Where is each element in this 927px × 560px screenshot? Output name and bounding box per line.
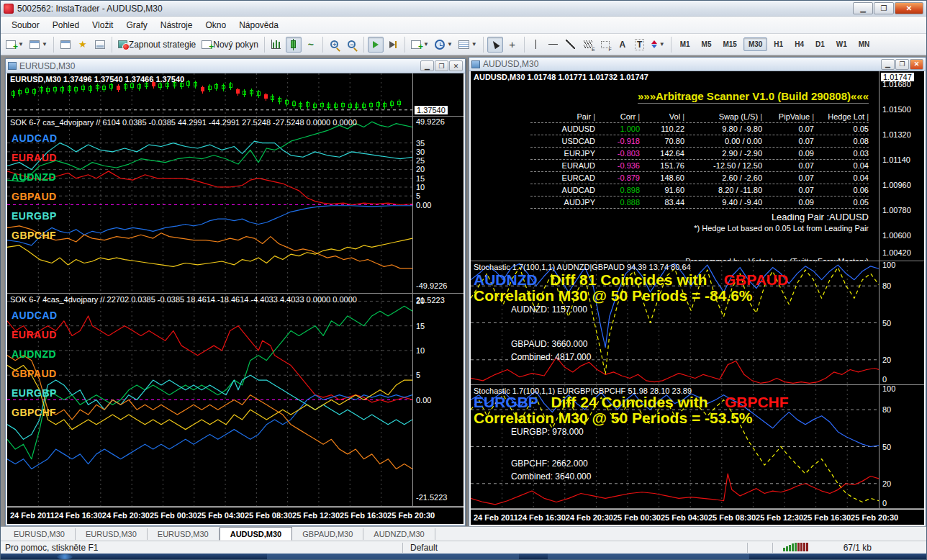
arrows-button[interactable]: ▼ (649, 37, 667, 53)
chart-tab[interactable]: EURUSD,M30 (76, 528, 148, 540)
candle-plot[interactable]: EURUSD,M30 1.37496 1.37540 1.37466 1.375… (7, 73, 413, 116)
start-orb-icon[interactable] (57, 554, 73, 559)
chevron-down-icon: ▼ (471, 41, 477, 48)
price-scale[interactable]: 1.37540 (413, 73, 464, 116)
chart-tab[interactable]: EURUSD,M30 (148, 528, 220, 540)
pair-label-list: AUDCAD EURAUD AUDNZD GBPAUD EURGBP GBPCH… (12, 310, 58, 418)
line-chart-button[interactable]: ~ (303, 37, 319, 53)
timeframe-button[interactable]: M15 (718, 37, 741, 51)
profiles-button[interactable]: ▼ (27, 37, 50, 53)
status-profile[interactable]: Default (403, 543, 747, 553)
timeframe-button[interactable]: H1 (769, 37, 788, 51)
market-watch-button[interactable] (58, 37, 73, 53)
periods-button[interactable]: ▼ (433, 37, 455, 53)
time-axis[interactable]: 24 Feb 2011 24 Feb 16:30 24 Feb 20:30 25… (7, 507, 464, 523)
price-scale[interactable]: 1.017471.016801.015001.013201.011401.009… (879, 71, 924, 261)
timeframe-button[interactable]: M30 (743, 37, 767, 51)
pair-a-label: EURGBP (474, 394, 538, 410)
minimize-button[interactable]: ▁ (853, 2, 873, 14)
timeframe-button[interactable]: H4 (790, 37, 809, 51)
chart-tab[interactable]: AUDUSD,M30 (220, 527, 293, 541)
bar-chart-button[interactable] (268, 37, 284, 53)
close-button[interactable]: ✕ (449, 60, 463, 71)
chart-tab[interactable]: GBPAUD,M30 (292, 528, 363, 540)
text-tool-button[interactable]: A (615, 37, 630, 53)
time-axis-label: 25 Feb 16:30 (340, 511, 387, 520)
maximize-button[interactable]: ❐ (895, 59, 909, 70)
chart-shift-button[interactable] (385, 37, 401, 53)
minimize-button[interactable]: ▁ (881, 59, 895, 70)
new-chart-button[interactable]: ▼ (4, 37, 26, 53)
timeframe-button[interactable]: M1 (675, 37, 695, 51)
menu-item[interactable]: Vložit (86, 18, 119, 32)
chart-window-titlebar[interactable]: EURUSD,M30 ▁ ❐ ✕ (6, 59, 465, 73)
timeframe-button[interactable]: M5 (697, 37, 717, 51)
vertical-line-button[interactable] (528, 37, 544, 53)
price-panel[interactable]: EURUSD,M30 1.37496 1.37540 1.37466 1.375… (7, 73, 464, 117)
chart-window-title: AUDUSD,M30 (483, 59, 880, 69)
indicator-scale[interactable]: 49.922635302520151050.00-49.9226 (413, 117, 464, 293)
menu-item[interactable]: Soubor (5, 18, 46, 32)
horizontal-line-button[interactable] (546, 37, 561, 53)
navigator-button[interactable]: ★ (75, 37, 91, 53)
close-button[interactable]: ✕ (910, 59, 923, 70)
ohlc-header: EURUSD,M30 1.37496 1.37540 1.37466 1.375… (10, 75, 184, 83)
connection-signal-icon[interactable] (783, 543, 808, 551)
main-plot[interactable]: AUDUSD,M30 1.01748 1.01771 1.01732 1.017… (471, 71, 879, 261)
stochastic-panel-2[interactable]: Stochastic 1.7(100,1,1) EURGBP|GBPCHF 51… (471, 385, 924, 509)
restore-button[interactable]: ❐ (874, 2, 894, 14)
fibonacci-button[interactable] (597, 37, 613, 53)
terminal-button[interactable] (92, 37, 108, 53)
candle (229, 83, 232, 88)
menu-item[interactable]: Grafy (119, 18, 153, 32)
time-axis[interactable]: 24 Feb 2011 24 Feb 16:30 24 Feb 20:30 25… (471, 509, 924, 525)
mdi-workspace: EURUSD,M30 ▁ ❐ ✕ EURUSD,M30 1.37496 1.37… (1, 55, 926, 526)
indicator-panel-sok1[interactable]: SOK 6-7 cas_4dvojpary // 6104 0.0385 -0.… (7, 117, 464, 294)
indicator-scale[interactable]: 1008050200 (879, 261, 924, 384)
menu-item[interactable]: Pohled (46, 18, 86, 32)
menu-item[interactable]: Okno (199, 18, 232, 32)
maximize-button[interactable]: ❐ (435, 60, 448, 71)
chart-tab[interactable]: EURUSD,M30 (4, 528, 76, 540)
close-button[interactable]: ✕ (895, 2, 923, 14)
menu-item[interactable]: Nápověda (232, 18, 285, 32)
new-order-button[interactable]: Nový pokyn (199, 37, 261, 53)
chart-window-titlebar[interactable]: AUDUSD,M30 ▁ ❐ ✕ (469, 58, 926, 71)
chevron-down-icon: ▼ (447, 41, 453, 48)
candlestick-chart-button[interactable] (286, 37, 302, 53)
indicator-panel-sok2[interactable]: SOK 6-7 4cas_4dvojpary // 22702 0.0385 -… (7, 294, 464, 507)
trendline-button[interactable] (563, 37, 579, 53)
indicator-scale[interactable]: 1008050200 (879, 385, 924, 508)
enable-strategies-button[interactable]: Zapnout strategie (116, 37, 198, 53)
sok1-plot[interactable]: SOK 6-7 cas_4dvojpary // 6104 0.0385 -0.… (7, 117, 413, 293)
terminal-icon (95, 40, 105, 49)
stochastic-panel-1[interactable]: Stochastic 1.7(100,1,1) AUDNZD|GBPAUD 94… (471, 261, 924, 385)
minimize-button[interactable]: ▁ (420, 60, 434, 71)
pair-cell: AUDCAD (539, 186, 595, 194)
chart-tab[interactable]: AUDNZD,M30 (363, 528, 435, 540)
text-label-button[interactable]: T (632, 37, 648, 53)
cursor-tool-button[interactable] (487, 37, 503, 53)
zoom-out-button[interactable]: − (344, 37, 360, 53)
scale-label: 20 (882, 479, 891, 488)
stoch2-plot[interactable]: Stochastic 1.7(100,1,1) EURGBP|GBPCHF 51… (471, 385, 879, 508)
scale-label: 5 (416, 371, 420, 379)
clock-icon (435, 40, 445, 50)
indicators-button[interactable]: ▼ (409, 37, 431, 53)
scale-label: 20 (882, 356, 891, 364)
timeframe-button[interactable]: W1 (831, 37, 852, 51)
price-panel[interactable]: AUDUSD,M30 1.01748 1.01771 1.01732 1.017… (471, 71, 924, 261)
sok2-plot[interactable]: SOK 6-7 4cas_4dvojpary // 22702 0.0385 -… (7, 294, 413, 506)
timeframe-button[interactable]: MN (854, 37, 875, 51)
candle (369, 103, 373, 107)
cursor-icon (490, 40, 499, 50)
indicator-scale[interactable]: 21.522320151050.00-21.5223 (413, 294, 464, 506)
timeframe-button[interactable]: D1 (810, 37, 830, 51)
stoch1-plot[interactable]: Stochastic 1.7(100,1,1) AUDNZD|GBPAUD 94… (471, 261, 879, 384)
menu-item[interactable]: Nástroje (154, 18, 199, 32)
crosshair-tool-button[interactable]: + (505, 37, 520, 53)
auto-scroll-button[interactable] (368, 37, 384, 53)
templates-button[interactable]: ▼ (456, 37, 479, 53)
zoom-in-button[interactable]: + (327, 37, 343, 53)
equidistant-channel-button[interactable] (580, 37, 596, 53)
